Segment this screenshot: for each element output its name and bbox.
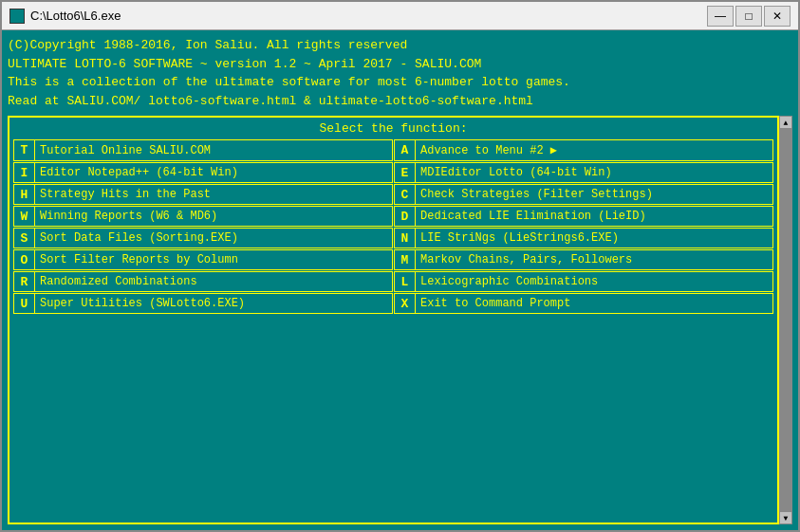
scrollbar-container: Select the function: TTutorial Online SA… [8,116,792,524]
scroll-track [779,129,792,511]
menu-row: TTutorial Online SALIU.COM [13,139,393,161]
menu-row: DDedicated LIE Elimination (LieID) [394,206,773,227]
menu-label-e[interactable]: MDIEditor Lotto (64-bit Win) [416,163,772,182]
menu-row: MMarkov Chains, Pairs, Followers [394,249,773,270]
menu-row: OSort Filter Reports by Column [13,249,393,270]
title-bar: C:\Lotto6\L6.exe — □ ✕ [2,2,798,30]
menu-key-c[interactable]: C [395,185,416,204]
menu-row: RRandomized Combinations [13,271,393,292]
menu-row: LLexicographic Combinations [394,271,773,292]
window-controls: — □ ✕ [707,6,791,27]
app-window: C:\Lotto6\L6.exe — □ ✕ (C)Copyright 1988… [0,0,800,532]
menu-key-r[interactable]: R [14,272,35,291]
menu-key-u[interactable]: U [14,294,35,313]
header-section: (C)Copyright 1988-2016, Ion Saliu. All r… [8,36,792,110]
menu-row: CCheck Strategies (Filter Settings) [394,184,773,205]
menu-row: USuper Utilities (SWLotto6.EXE) [13,293,393,314]
menu-row: AAdvance to Menu #2 ▶ [394,139,773,161]
menu-key-a[interactable]: A [395,140,416,160]
header-line1: (C)Copyright 1988-2016, Ion Saliu. All r… [8,36,792,55]
header-line2: ULTIMATE LOTTO-6 SOFTWARE ~ version 1.2 … [8,55,792,74]
scroll-down-button[interactable]: ▼ [779,511,792,524]
menu-key-w[interactable]: W [14,207,35,226]
menu-row: SSort Data Files (Sorting.EXE) [13,228,393,248]
maximize-button[interactable]: □ [735,6,762,27]
menu-label-u[interactable]: Super Utilities (SWLotto6.EXE) [35,294,392,313]
menu-key-n[interactable]: N [395,229,416,248]
menu-label-t[interactable]: Tutorial Online SALIU.COM [35,140,392,160]
menu-key-i[interactable]: I [14,163,35,182]
menu-label-a[interactable]: Advance to Menu #2 ▶ [416,140,772,160]
minimize-button[interactable]: — [707,6,734,27]
menu-key-m[interactable]: M [395,250,416,269]
scroll-up-button[interactable]: ▲ [779,116,792,129]
menu-key-l[interactable]: L [395,272,416,291]
header-line4: Read at SALIU.COM/ lotto6-software.html … [8,92,792,111]
menu-key-o[interactable]: O [14,250,35,269]
menu-row: IEditor Notepad++ (64-bit Win) [13,162,393,183]
menu-row: WWinning Reports (W6 & MD6) [13,206,393,227]
menu-label-d[interactable]: Dedicated LIE Elimination (LieID) [416,207,772,226]
menu-key-d[interactable]: D [395,207,416,226]
menu-label-n[interactable]: LIE StriNgs (LieStrings6.EXE) [416,229,772,248]
window-title: C:\Lotto6\L6.exe [30,9,707,23]
menu-label-m[interactable]: Markov Chains, Pairs, Followers [416,250,772,269]
menu-key-h[interactable]: H [14,185,35,204]
main-panel: Select the function: TTutorial Online SA… [8,116,779,524]
menu-title: Select the function: [13,121,773,136]
menu-label-o[interactable]: Sort Filter Reports by Column [35,250,392,269]
scrollbar: ▲ ▼ [779,116,792,524]
menu-label-l[interactable]: Lexicographic Combinations [416,272,772,291]
menu-row: NLIE StriNgs (LieStrings6.EXE) [394,228,773,248]
menu-label-c[interactable]: Check Strategies (Filter Settings) [416,185,772,204]
content-area: (C)Copyright 1988-2016, Ion Saliu. All r… [2,30,798,530]
menu-key-t[interactable]: T [14,140,35,160]
menu-label-s[interactable]: Sort Data Files (Sorting.EXE) [35,229,392,248]
menu-row: XExit to Command Prompt [394,293,773,314]
menu-label-h[interactable]: Strategy Hits in the Past [35,185,392,204]
menu-key-s[interactable]: S [14,229,35,248]
menu-key-e[interactable]: E [395,163,416,182]
header-line3: This is a collection of the ultimate sof… [8,73,792,92]
menu-label-i[interactable]: Editor Notepad++ (64-bit Win) [35,163,392,182]
menu-box: Select the function: TTutorial Online SA… [8,116,779,524]
menu-label-r[interactable]: Randomized Combinations [35,272,392,291]
menu-row: HStrategy Hits in the Past [13,184,393,205]
menu-label-w[interactable]: Winning Reports (W6 & MD6) [35,207,392,226]
menu-grid: TTutorial Online SALIU.COMAAdvance to Me… [13,139,773,314]
close-button[interactable]: ✕ [764,6,791,27]
menu-label-x[interactable]: Exit to Command Prompt [416,294,772,313]
app-icon [9,9,25,24]
menu-row: EMDIEditor Lotto (64-bit Win) [394,162,773,183]
menu-key-x[interactable]: X [395,294,416,313]
